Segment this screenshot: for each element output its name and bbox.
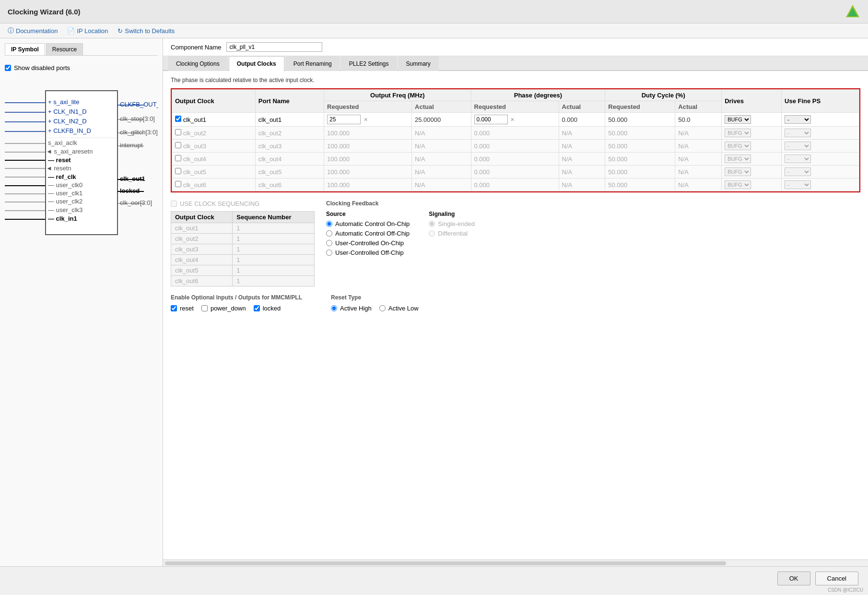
tab-port-renaming[interactable]: Port Renaming: [285, 56, 340, 71]
cell-freq-requested[interactable]: 100.000: [324, 153, 412, 166]
cell-enable[interactable]: clk_out3: [172, 140, 256, 153]
cell-enable[interactable]: clk_out5: [172, 166, 256, 178]
cell-use-fine-ps[interactable]: - Yes: [782, 113, 859, 127]
enable-checkbox-0[interactable]: [175, 116, 181, 122]
use-clock-seq-checkbox[interactable]: [171, 201, 177, 207]
fine-ps-select-1[interactable]: - Yes: [785, 129, 811, 137]
cell-use-fine-ps[interactable]: - Yes: [782, 178, 859, 191]
scrollbar-area[interactable]: [163, 559, 868, 566]
bottom-bar: OK Cancel: [0, 566, 868, 590]
phase-req-input-0[interactable]: [474, 115, 508, 124]
cell-enable[interactable]: clk_out6: [172, 178, 256, 191]
optional-checkbox-2[interactable]: [254, 305, 260, 311]
reset-type-option-0[interactable]: Active High: [331, 305, 372, 312]
cell-phase-requested[interactable]: 0.000: [471, 153, 559, 166]
cell-phase-requested[interactable]: ✕: [471, 113, 559, 127]
cell-phase-requested[interactable]: 0.000: [471, 127, 559, 140]
component-name-input[interactable]: [226, 42, 322, 52]
enable-checkbox-4[interactable]: [175, 168, 181, 174]
feedback-source-radio-2[interactable]: [326, 240, 332, 246]
col-port-name: Port Name: [255, 90, 324, 113]
feedback-signaling-option-0[interactable]: Single-ended: [429, 220, 475, 227]
feedback-source-label-3: User-Controlled Off-Chip: [335, 249, 404, 256]
cell-drives[interactable]: BUFG BUFR BUFH: [722, 153, 782, 166]
fine-ps-select-0[interactable]: - Yes: [785, 115, 811, 124]
cancel-button[interactable]: Cancel: [815, 571, 858, 585]
drives-select-3[interactable]: BUFG BUFR BUFH: [725, 155, 751, 163]
tab-plle2-settings[interactable]: PLLE2 Settings: [341, 56, 397, 71]
optional-checkbox-1[interactable]: [201, 305, 208, 311]
enable-checkbox-3[interactable]: [175, 155, 181, 161]
cell-enable[interactable]: clk_out1: [172, 113, 256, 127]
scrollbar-thumb[interactable]: [165, 561, 726, 565]
cell-freq-requested[interactable]: 100.000: [324, 166, 412, 178]
cell-freq-requested[interactable]: 100.000: [324, 127, 412, 140]
tab-clocking-options[interactable]: Clocking Options: [168, 56, 228, 71]
tab-output-clocks[interactable]: Output Clocks: [229, 56, 284, 71]
cell-phase-requested[interactable]: 0.000: [471, 178, 559, 191]
optional-input-2[interactable]: locked: [254, 305, 281, 312]
cell-drives[interactable]: BUFG BUFR BUFH: [722, 140, 782, 153]
cell-drives[interactable]: BUFG BUFR BUFH: [722, 166, 782, 178]
drives-select-1[interactable]: BUFG BUFR BUFH: [725, 129, 751, 137]
cell-freq-requested[interactable]: 100.000: [324, 178, 412, 191]
cell-phase-requested[interactable]: 0.000: [471, 166, 559, 178]
cell-use-fine-ps[interactable]: - Yes: [782, 153, 859, 166]
feedback-signaling-radio-1[interactable]: [429, 230, 435, 237]
cell-use-fine-ps[interactable]: - Yes: [782, 127, 859, 140]
optional-input-1[interactable]: power_down: [201, 305, 246, 312]
feedback-source-radio-0[interactable]: [326, 221, 332, 227]
drives-select-0[interactable]: BUFG BUFR BUFH: [725, 115, 751, 124]
enable-checkbox-1[interactable]: [175, 129, 181, 135]
cell-drives[interactable]: BUFG BUFR BUFH: [722, 113, 782, 127]
cell-enable[interactable]: clk_out2: [172, 127, 256, 140]
cell-use-fine-ps[interactable]: - Yes: [782, 140, 859, 153]
content-area: The phase is calculated relative to the …: [163, 71, 868, 559]
documentation-link[interactable]: ⓘ Documentation: [8, 26, 58, 35]
tab-summary[interactable]: Summary: [398, 56, 439, 71]
cell-drives[interactable]: BUFG BUFR BUFH: [722, 178, 782, 191]
cell-duty-requested: 50.000: [605, 178, 675, 191]
freq-req-input-0[interactable]: [327, 115, 361, 124]
show-disabled-checkbox[interactable]: [5, 65, 11, 71]
feedback-signaling-option-1[interactable]: Differential: [429, 230, 475, 237]
feedback-source-option-2[interactable]: User-Controlled On-Chip: [326, 239, 410, 247]
enable-checkbox-5[interactable]: [175, 181, 181, 187]
feedback-source-option-3[interactable]: User-Controlled Off-Chip: [326, 249, 410, 256]
fine-ps-select-3[interactable]: - Yes: [785, 155, 811, 163]
drives-select-2[interactable]: BUFG BUFR BUFH: [725, 142, 751, 150]
phase-clear-btn-0[interactable]: ✕: [509, 117, 516, 123]
cell-enable[interactable]: clk_out4: [172, 153, 256, 166]
cell-freq-requested[interactable]: ✕: [324, 113, 412, 127]
optional-input-0[interactable]: reset: [171, 305, 194, 312]
freq-clear-btn-0[interactable]: ✕: [363, 117, 369, 123]
feedback-signaling-radio-0[interactable]: [429, 221, 435, 227]
ip-location-link[interactable]: 📄 IP Location: [67, 27, 108, 35]
tab-ip-symbol[interactable]: IP Symbol: [5, 43, 45, 55]
cell-drives[interactable]: BUFG BUFR BUFH: [722, 127, 782, 140]
ok-button[interactable]: OK: [777, 571, 810, 585]
feedback-source-radio-1[interactable]: [326, 230, 332, 237]
reset-type-radio-0[interactable]: [331, 305, 337, 311]
drives-select-5[interactable]: BUFG BUFR BUFH: [725, 180, 751, 189]
enable-checkbox-2[interactable]: [175, 142, 181, 148]
cell-use-fine-ps[interactable]: - Yes: [782, 166, 859, 178]
lower-section: USE CLOCK SEQUENCING Output Clock Sequen…: [171, 200, 860, 286]
phase-req-val-5: 0.000: [474, 181, 490, 189]
tab-resource[interactable]: Resource: [46, 43, 83, 55]
fine-ps-select-2[interactable]: - Yes: [785, 142, 811, 150]
feedback-source-radio-3[interactable]: [326, 250, 332, 256]
fine-ps-select-5[interactable]: - Yes: [785, 180, 811, 189]
reset-type-option-1[interactable]: Active Low: [379, 305, 419, 312]
feedback-row: Source Automatic Control On-ChipAutomati…: [326, 211, 860, 259]
drives-select-4[interactable]: BUFG BUFR BUFH: [725, 167, 751, 176]
optional-checkbox-0[interactable]: [171, 305, 177, 311]
feedback-source-option-1[interactable]: Automatic Control Off-Chip: [326, 230, 410, 237]
cell-phase-requested[interactable]: 0.000: [471, 140, 559, 153]
reset-type-radio-1[interactable]: [379, 305, 386, 311]
fine-ps-select-4[interactable]: - Yes: [785, 167, 811, 176]
cell-freq-requested[interactable]: 100.000: [324, 140, 412, 153]
svg-text:s_axi_aclk: s_axi_aclk: [48, 139, 77, 146]
feedback-source-option-0[interactable]: Automatic Control On-Chip: [326, 220, 410, 227]
switch-defaults-link[interactable]: ↻ Switch to Defaults: [117, 27, 175, 35]
